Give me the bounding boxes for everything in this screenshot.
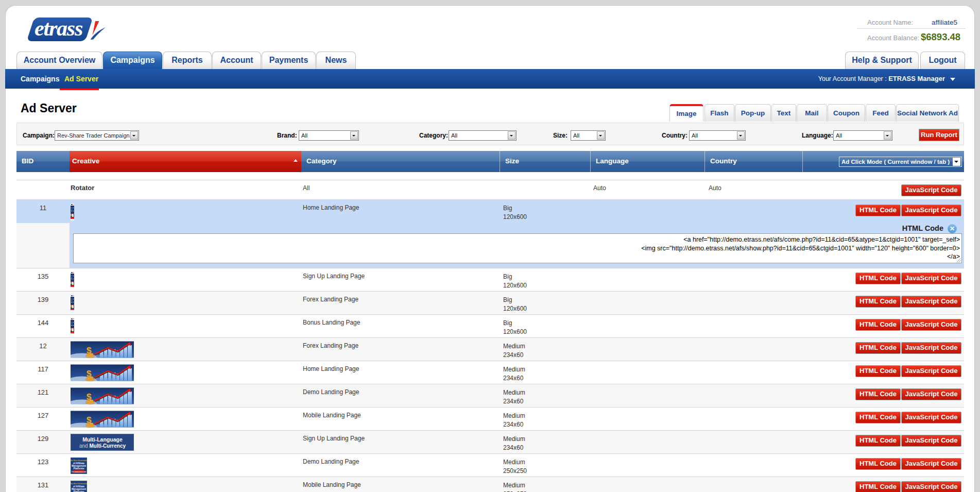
svg-text:etrass: etrass	[35, 16, 83, 40]
